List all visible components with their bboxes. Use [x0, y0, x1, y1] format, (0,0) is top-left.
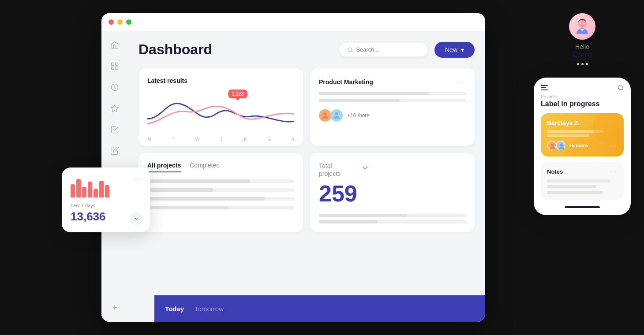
svg-point-16 — [560, 144, 563, 147]
phone-section-title: Label in progress — [541, 100, 624, 108]
cards-row: Latest results 1,123 M T W — [139, 68, 475, 146]
barclays-dots[interactable]: ··· — [610, 142, 618, 149]
mini-bar-1 — [71, 184, 75, 197]
barclays-name: Barclays 2. — [547, 119, 618, 127]
barclays-more: +5 more — [569, 143, 588, 148]
floating-sublabel: Last 7 days — [71, 203, 141, 208]
latest-results-title: Latest results — [147, 77, 294, 84]
notes-dots[interactable]: ··· — [610, 168, 618, 175]
barclays-bar-2 — [547, 134, 589, 137]
svg-line-14 — [622, 89, 623, 90]
projects-tabs: All projects Completed — [147, 162, 294, 172]
latest-results-card: Latest results 1,123 M T W — [139, 68, 303, 146]
svg-rect-3 — [116, 67, 118, 70]
dot-1 — [577, 63, 579, 65]
svg-point-13 — [618, 86, 622, 89]
mini-bar-4 — [88, 182, 92, 197]
avatar-illustration — [571, 15, 593, 37]
chevron-down-icon — [134, 216, 139, 221]
tab-all-projects[interactable]: All projects — [147, 162, 181, 172]
total-projects-card: Totalprojects 259 — [310, 153, 475, 232]
phone-search-icon[interactable] — [618, 85, 624, 91]
notes-title: Notes — [547, 168, 563, 175]
search-icon — [347, 47, 352, 53]
search-input[interactable] — [356, 46, 419, 53]
barclays-card[interactable]: Barclays 2. +5 more ··· — [541, 113, 624, 156]
project-lines — [147, 179, 294, 209]
svg-line-7 — [351, 51, 352, 52]
product-marketing-dots[interactable]: ··· — [457, 77, 466, 86]
tomorrow-tab[interactable]: Tomorrow — [195, 305, 224, 313]
hamburger-icon[interactable] — [541, 85, 548, 90]
floating-card-dots[interactable]: ··· — [134, 175, 143, 184]
chart-tooltip: 1,123 — [228, 89, 247, 98]
today-tab[interactable]: Today — [165, 305, 184, 313]
page-title: Dashboard — [139, 41, 212, 58]
mini-bar-7 — [105, 185, 109, 197]
sidebar-item-check[interactable] — [109, 124, 120, 135]
floating-dropdown[interactable] — [130, 212, 143, 225]
search-bar[interactable] — [339, 43, 427, 56]
phone-home-bar — [565, 206, 600, 208]
chart-area: 1,123 M T W T F S — [147, 89, 294, 134]
total-chevron-icon[interactable] — [361, 164, 370, 172]
traffic-red[interactable] — [109, 19, 114, 25]
barclays-avatar-2 — [556, 141, 565, 150]
svg-point-6 — [348, 48, 352, 51]
floating-card: ··· Last 7 days 13,636 — [62, 168, 150, 232]
svg-point-11 — [580, 23, 581, 24]
main-content: Dashboard New ▾ Latest results — [128, 31, 485, 322]
svg-point-8 — [323, 112, 326, 115]
barclays-footer: +5 more ··· — [547, 141, 618, 150]
mini-bar-3 — [82, 187, 86, 197]
right-panel: Hello Clara Projects Label in progress — [534, 13, 631, 215]
note-line-3 — [547, 191, 603, 194]
sidebar-item-star[interactable] — [109, 103, 120, 114]
sidebar-item-clock[interactable] — [109, 82, 120, 93]
user-name: Clara — [569, 50, 595, 60]
all-projects-card: All projects Completed — [139, 153, 303, 232]
avatar-1 — [319, 109, 331, 122]
svg-point-15 — [551, 144, 554, 147]
product-marketing-card: Product Marketing ··· +1 — [310, 68, 475, 146]
total-projects-number: 259 — [319, 181, 357, 206]
chart-svg — [147, 89, 294, 134]
phone-header — [541, 85, 624, 91]
dot-2 — [581, 63, 584, 65]
barclays-bars — [547, 130, 618, 137]
user-avatar — [569, 13, 595, 40]
mini-bar-6 — [99, 181, 104, 197]
pm-avatars: +10 more — [319, 109, 466, 122]
phone-frame: Projects Label in progress Barclays 2. +… — [534, 78, 631, 215]
user-greeting: Hello Clara — [569, 13, 595, 71]
mini-bar-2 — [76, 179, 81, 197]
today-banner: Today Tomorrow — [154, 295, 485, 322]
scene: + Dashboard New ▾ — [0, 0, 644, 335]
notes-header: Notes ··· — [547, 168, 618, 175]
svg-rect-1 — [116, 63, 118, 66]
sidebar-item-home[interactable] — [109, 40, 120, 50]
barclays-bar-1 — [547, 130, 603, 133]
sidebar-add-button[interactable]: + — [109, 302, 120, 313]
traffic-green[interactable] — [126, 19, 131, 25]
chart-labels: M T W T F S S — [147, 137, 294, 142]
phone-label-projects: Projects — [541, 94, 624, 99]
new-button[interactable]: New ▾ — [434, 42, 475, 58]
header: Dashboard New ▾ — [139, 41, 475, 58]
product-marketing-title: Product Marketing — [319, 78, 373, 86]
sidebar-item-pencil[interactable] — [109, 145, 120, 156]
total-projects-label: Totalprojects — [319, 162, 357, 178]
svg-point-9 — [335, 112, 338, 115]
mini-bars — [71, 176, 141, 197]
avatar-2 — [330, 109, 343, 122]
tab-completed[interactable]: Completed — [190, 162, 220, 172]
svg-point-12 — [584, 23, 585, 24]
pm-bars — [319, 92, 466, 102]
traffic-yellow[interactable] — [117, 19, 123, 25]
dots-row — [569, 63, 595, 65]
note-line-2 — [547, 185, 596, 188]
barclays-avatar-1 — [547, 141, 557, 150]
dot-3 — [586, 63, 588, 65]
hello-text: Hello — [569, 43, 595, 50]
sidebar-item-grid[interactable] — [109, 61, 120, 71]
